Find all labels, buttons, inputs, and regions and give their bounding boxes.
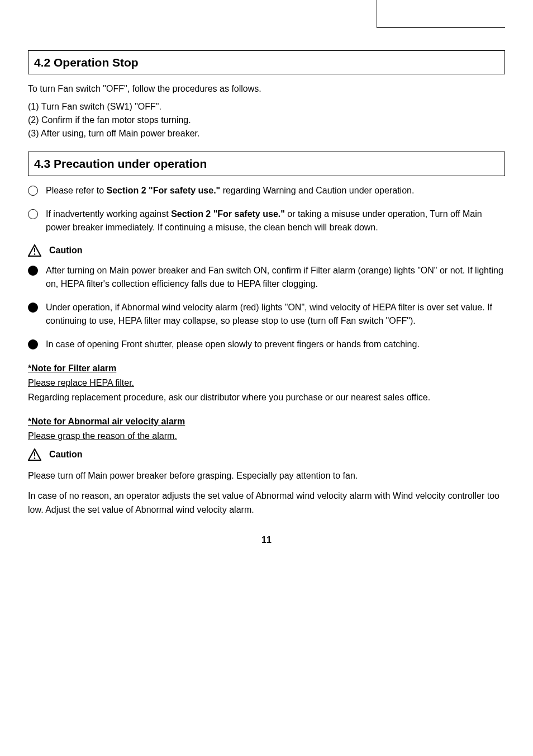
section1-steps: (1) Turn Fan switch (SW1) "OFF". (2) Con…: [28, 100, 505, 140]
caution-item-1: After turning on Main power breaker and …: [28, 264, 505, 291]
note2-body: Please grasp the reason of the alarm.: [28, 431, 177, 441]
caution-text-1: After turning on Main power breaker and …: [46, 264, 505, 291]
note1-text: Regarding replacement procedure, ask our…: [28, 390, 505, 405]
caution-header-2: Caution: [28, 448, 505, 464]
note-abnormal-velocity: *Note for Abnormal air velocity alarm Pl…: [28, 414, 505, 517]
page-number: 11: [28, 534, 505, 546]
section-header-operation-stop: 4.2 Operation Stop: [28, 50, 505, 74]
note2-title: *Note for Abnormal air velocity alarm: [28, 417, 185, 426]
note1-title: *Note for Filter alarm: [28, 363, 116, 373]
warning-triangle-icon: [28, 448, 41, 464]
bullet-text-2: If inadvertently working against Section…: [46, 207, 505, 234]
caution-item-3: In case of opening Front shutter, please…: [28, 338, 505, 351]
caution-item-2: Under operation, if Abnormal wind veloci…: [28, 301, 505, 328]
caution-header-1: Caution: [28, 244, 505, 260]
section1-intro: To turn Fan switch "OFF", follow the pro…: [28, 82, 505, 96]
note2-text: In case of no reason, an operator adjust…: [28, 489, 505, 517]
solid-circle-icon: [28, 339, 38, 349]
warning-triangle-icon: [28, 244, 41, 260]
section-title-2: 4.3 Precaution under operation: [34, 157, 207, 170]
hollow-circle-icon: [28, 209, 38, 219]
bullet-item-1: Please refer to Section 2 "For safety us…: [28, 184, 505, 197]
bullet-item-2: If inadvertently working against Section…: [28, 207, 505, 234]
bullet-text-1: Please refer to Section 2 "For safety us…: [46, 184, 505, 197]
corner-decoration: [377, 0, 505, 28]
solid-circle-icon: [28, 303, 38, 313]
caution-label-1: Caution: [49, 244, 83, 257]
caution-label-2: Caution: [49, 448, 83, 461]
hollow-circle-icon: [28, 186, 38, 196]
caution-text-3: In case of opening Front shutter, please…: [46, 338, 505, 351]
caution-text-2: Under operation, if Abnormal wind veloci…: [46, 301, 505, 328]
note-filter-alarm: *Note for Filter alarm Please replace HE…: [28, 361, 505, 404]
svg-point-5: [34, 458, 36, 460]
svg-point-2: [34, 253, 36, 255]
section-header-precaution: 4.3 Precaution under operation: [28, 152, 505, 176]
note1-body: Please replace HEPA filter.: [28, 378, 134, 388]
solid-circle-icon: [28, 266, 38, 276]
section-title-1: 4.2 Operation Stop: [34, 56, 139, 69]
note2-caution-text: Please turn off Main power breaker befor…: [28, 469, 505, 483]
